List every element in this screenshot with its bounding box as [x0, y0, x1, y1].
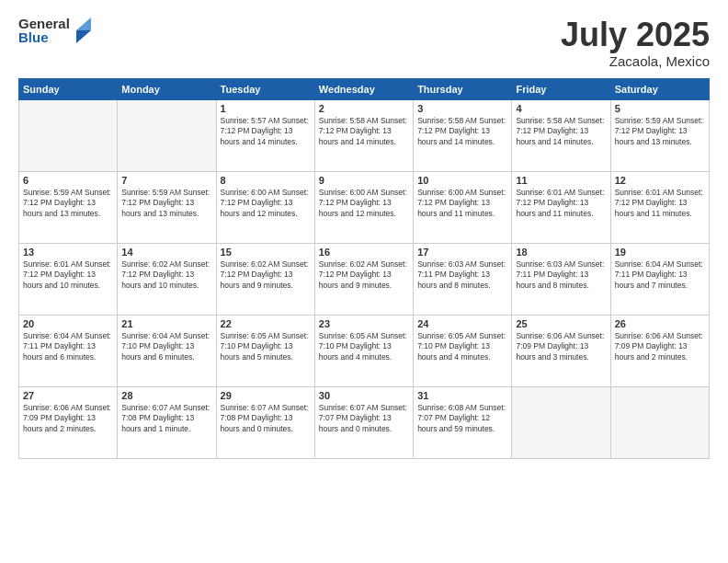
svg-marker-1: [76, 17, 91, 30]
calendar-week-2: 6Sunrise: 5:59 AM Sunset: 7:12 PM Daylig…: [19, 171, 710, 243]
calendar-cell: 20Sunrise: 6:04 AM Sunset: 7:11 PM Dayli…: [19, 315, 118, 386]
day-info: Sunrise: 6:01 AM Sunset: 7:12 PM Dayligh…: [615, 188, 705, 219]
day-info: Sunrise: 5:58 AM Sunset: 7:12 PM Dayligh…: [319, 116, 409, 147]
calendar-cell: 29Sunrise: 6:07 AM Sunset: 7:08 PM Dayli…: [216, 386, 314, 458]
day-info: Sunrise: 5:59 AM Sunset: 7:12 PM Dayligh…: [121, 188, 211, 219]
col-thursday: Thursday: [414, 78, 512, 99]
day-info: Sunrise: 6:06 AM Sunset: 7:09 PM Dayligh…: [615, 331, 705, 362]
day-number: 7: [121, 175, 211, 186]
day-number: 15: [221, 247, 311, 258]
day-info: Sunrise: 6:04 AM Sunset: 7:10 PM Dayligh…: [121, 331, 211, 362]
logo-general-text: General: [18, 17, 70, 30]
logo-blue-text: Blue: [18, 30, 70, 44]
day-number: 30: [319, 390, 409, 401]
calendar-cell: 13Sunrise: 6:01 AM Sunset: 7:12 PM Dayli…: [19, 243, 118, 315]
calendar-cell: 8Sunrise: 6:00 AM Sunset: 7:12 PM Daylig…: [216, 171, 314, 243]
calendar-week-5: 27Sunrise: 6:06 AM Sunset: 7:09 PM Dayli…: [19, 386, 710, 458]
day-info: Sunrise: 6:07 AM Sunset: 7:08 PM Dayligh…: [221, 403, 311, 434]
day-info: Sunrise: 6:02 AM Sunset: 7:12 PM Dayligh…: [121, 259, 211, 291]
day-number: 17: [417, 247, 507, 258]
day-number: 6: [23, 175, 113, 186]
calendar-cell: 30Sunrise: 6:07 AM Sunset: 7:07 PM Dayli…: [314, 386, 413, 458]
calendar-table: Sunday Monday Tuesday Wednesday Thursday…: [18, 78, 710, 459]
calendar-cell: 28Sunrise: 6:07 AM Sunset: 7:08 PM Dayli…: [118, 386, 216, 458]
calendar-cell: 15Sunrise: 6:02 AM Sunset: 7:12 PM Dayli…: [216, 243, 314, 315]
day-info: Sunrise: 6:03 AM Sunset: 7:11 PM Dayligh…: [417, 259, 507, 291]
calendar-cell: 2Sunrise: 5:58 AM Sunset: 7:12 PM Daylig…: [314, 99, 413, 171]
day-number: 1: [221, 103, 311, 114]
day-number: 3: [417, 103, 507, 114]
calendar-cell: [610, 386, 709, 458]
calendar-cell: 27Sunrise: 6:06 AM Sunset: 7:09 PM Dayli…: [19, 386, 118, 458]
day-info: Sunrise: 5:57 AM Sunset: 7:12 PM Dayligh…: [221, 116, 311, 147]
header-row: Sunday Monday Tuesday Wednesday Thursday…: [19, 78, 710, 99]
day-info: Sunrise: 6:00 AM Sunset: 7:12 PM Dayligh…: [221, 188, 311, 219]
day-number: 29: [221, 390, 311, 401]
day-info: Sunrise: 6:07 AM Sunset: 7:08 PM Dayligh…: [121, 403, 211, 434]
day-number: 21: [121, 318, 211, 329]
day-info: Sunrise: 6:02 AM Sunset: 7:12 PM Dayligh…: [319, 259, 409, 291]
calendar-cell: 11Sunrise: 6:01 AM Sunset: 7:12 PM Dayli…: [512, 171, 610, 243]
day-info: Sunrise: 6:00 AM Sunset: 7:12 PM Dayligh…: [319, 188, 409, 219]
calendar-subtitle: Zacaola, Mexico: [561, 53, 710, 69]
day-info: Sunrise: 6:06 AM Sunset: 7:09 PM Dayligh…: [23, 403, 113, 434]
day-info: Sunrise: 6:02 AM Sunset: 7:12 PM Dayligh…: [221, 259, 311, 291]
day-number: 12: [615, 175, 705, 186]
day-info: Sunrise: 6:06 AM Sunset: 7:09 PM Dayligh…: [516, 331, 606, 362]
day-number: 13: [23, 247, 113, 258]
calendar-cell: 17Sunrise: 6:03 AM Sunset: 7:11 PM Dayli…: [414, 243, 512, 315]
calendar-cell: 19Sunrise: 6:04 AM Sunset: 7:11 PM Dayli…: [610, 243, 709, 315]
calendar-cell: 18Sunrise: 6:03 AM Sunset: 7:11 PM Dayli…: [512, 243, 610, 315]
day-number: 19: [615, 247, 705, 258]
day-number: 14: [121, 247, 211, 258]
day-number: 16: [319, 247, 409, 258]
calendar-cell: 9Sunrise: 6:00 AM Sunset: 7:12 PM Daylig…: [314, 171, 413, 243]
day-number: 4: [516, 103, 606, 114]
calendar-title: July 2025: [561, 17, 710, 53]
day-number: 24: [417, 318, 507, 329]
calendar-cell: 23Sunrise: 6:05 AM Sunset: 7:10 PM Dayli…: [314, 315, 413, 386]
col-wednesday: Wednesday: [314, 78, 413, 99]
calendar-cell: 14Sunrise: 6:02 AM Sunset: 7:12 PM Dayli…: [118, 243, 216, 315]
day-number: 23: [319, 318, 409, 329]
day-info: Sunrise: 6:07 AM Sunset: 7:07 PM Dayligh…: [319, 403, 409, 434]
day-number: 22: [221, 318, 311, 329]
day-number: 5: [615, 103, 705, 114]
col-tuesday: Tuesday: [216, 78, 314, 99]
calendar-week-3: 13Sunrise: 6:01 AM Sunset: 7:12 PM Dayli…: [19, 243, 710, 315]
calendar-cell: 21Sunrise: 6:04 AM Sunset: 7:10 PM Dayli…: [118, 315, 216, 386]
day-info: Sunrise: 6:04 AM Sunset: 7:11 PM Dayligh…: [23, 331, 113, 362]
calendar-cell: 3Sunrise: 5:58 AM Sunset: 7:12 PM Daylig…: [414, 99, 512, 171]
calendar-cell: 31Sunrise: 6:08 AM Sunset: 7:07 PM Dayli…: [414, 386, 512, 458]
calendar-cell: [118, 99, 216, 171]
day-number: 10: [417, 175, 507, 186]
calendar-cell: 25Sunrise: 6:06 AM Sunset: 7:09 PM Dayli…: [512, 315, 610, 386]
calendar-cell: 4Sunrise: 5:58 AM Sunset: 7:12 PM Daylig…: [512, 99, 610, 171]
day-number: 18: [516, 247, 606, 258]
day-info: Sunrise: 6:08 AM Sunset: 7:07 PM Dayligh…: [417, 403, 507, 434]
calendar-week-4: 20Sunrise: 6:04 AM Sunset: 7:11 PM Dayli…: [19, 315, 710, 386]
day-number: 9: [319, 175, 409, 186]
day-info: Sunrise: 6:01 AM Sunset: 7:12 PM Dayligh…: [516, 188, 606, 219]
day-number: 8: [221, 175, 311, 186]
page-header: General Blue July 2025 Zacaola, Mexico: [18, 17, 710, 69]
day-info: Sunrise: 5:58 AM Sunset: 7:12 PM Dayligh…: [417, 116, 507, 147]
calendar-cell: 26Sunrise: 6:06 AM Sunset: 7:09 PM Dayli…: [610, 315, 709, 386]
calendar-cell: 6Sunrise: 5:59 AM Sunset: 7:12 PM Daylig…: [19, 171, 118, 243]
day-number: 2: [319, 103, 409, 114]
day-number: 26: [615, 318, 705, 329]
day-number: 20: [23, 318, 113, 329]
day-number: 27: [23, 390, 113, 401]
day-number: 11: [516, 175, 606, 186]
calendar-cell: 24Sunrise: 6:05 AM Sunset: 7:10 PM Dayli…: [414, 315, 512, 386]
day-info: Sunrise: 6:04 AM Sunset: 7:11 PM Dayligh…: [615, 259, 705, 291]
day-info: Sunrise: 6:00 AM Sunset: 7:12 PM Dayligh…: [417, 188, 507, 219]
day-info: Sunrise: 6:03 AM Sunset: 7:11 PM Dayligh…: [516, 259, 606, 291]
col-friday: Friday: [512, 78, 610, 99]
calendar-cell: 22Sunrise: 6:05 AM Sunset: 7:10 PM Dayli…: [216, 315, 314, 386]
calendar-cell: [512, 386, 610, 458]
col-saturday: Saturday: [610, 78, 709, 99]
logo-icon: [73, 17, 91, 43]
day-number: 31: [417, 390, 507, 401]
calendar-cell: 10Sunrise: 6:00 AM Sunset: 7:12 PM Dayli…: [414, 171, 512, 243]
